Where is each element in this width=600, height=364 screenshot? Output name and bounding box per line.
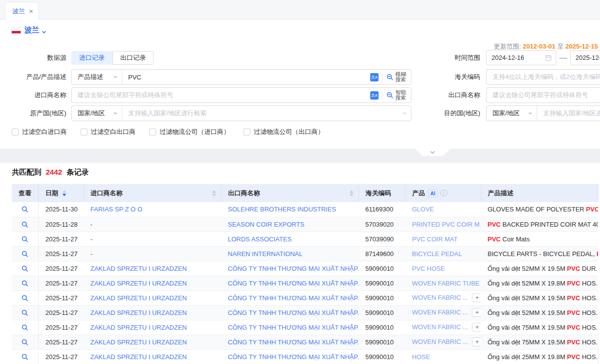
exporter-link[interactable]: CÔNG TY TNHH THƯƠNG MẠI XUẤT NHẬP... xyxy=(228,338,358,346)
exporter-cell: CÔNG TY TNHH THƯƠNG MẠI XUẤT NHẬP... xyxy=(221,349,358,364)
product-link[interactable]: WOVEN FABRIC ... xyxy=(412,323,468,331)
product-link[interactable]: WOVEN FABRIC TUBE xyxy=(412,280,480,287)
more-products-badge[interactable]: + 1 xyxy=(472,323,481,332)
importer-link[interactable]: ZAKLAD SPRZETU I URZADZEN xyxy=(90,309,187,316)
product-link[interactable]: PRINTED PVC COIR M... xyxy=(412,221,481,228)
sort-icon-date[interactable] xyxy=(62,190,66,196)
exporter-link[interactable]: CÔNG TY TNHH THƯƠNG MẠI XUẤT NHẬP... xyxy=(228,309,358,316)
product-link[interactable]: GLOVE xyxy=(412,206,434,213)
tab-poland[interactable]: 波兰 × xyxy=(5,2,39,20)
checkbox-icon[interactable] xyxy=(149,129,156,135)
filter-checkbox[interactable]: 过滤空白出口商 xyxy=(81,128,136,136)
translate-icon[interactable]: 文A xyxy=(370,91,379,100)
origin-type-select[interactable]: 国家/地区 xyxy=(72,106,122,121)
more-products-badge[interactable]: + 1 xyxy=(472,308,481,317)
result-count: 2442 xyxy=(46,168,62,176)
importer-link[interactable]: ZAKLAD SPRZETU I URZADZEN xyxy=(90,338,187,346)
more-products-badge[interactable]: + 1 xyxy=(472,293,481,302)
product-link[interactable]: HOSE xyxy=(412,353,430,361)
row-view-search-icon[interactable] xyxy=(20,307,30,318)
chevron-down-icon[interactable] xyxy=(41,28,47,37)
description-cell: GLOVES MADE OF POLYESTER PVC C... xyxy=(481,202,598,217)
exporter-link[interactable]: CÔNG TY TNHH THƯƠNG MẠI XUẤT NHẬP... xyxy=(228,280,358,287)
product-link[interactable]: WOVEN FABRIC ... xyxy=(412,294,468,301)
more-products-badge[interactable]: + 2 xyxy=(472,338,481,346)
keyword-highlight: PVC xyxy=(567,353,580,361)
exporter-link[interactable]: CÔNG TY TNHH THƯƠNG MẠI XUẤT NHẬP... xyxy=(228,353,358,361)
row-view-search-icon[interactable] xyxy=(20,263,30,274)
sort-icon-importer[interactable] xyxy=(212,190,216,196)
filter-checkbox[interactable]: 过滤物流公司（出口商） xyxy=(244,128,324,136)
date-cell: 2025-11-27 xyxy=(38,335,83,349)
keyword-highlight: PVC xyxy=(567,265,580,272)
checkbox-icon[interactable] xyxy=(12,129,19,135)
view-cell xyxy=(12,276,38,290)
origin-placeholder: 支持输入国家/地区进行检索 xyxy=(128,109,399,118)
importer-link[interactable]: ZAKLAD SPRZETU I URZADZEN xyxy=(90,265,187,272)
product-link[interactable]: WOVEN FABRIC ... xyxy=(412,309,468,316)
product-link[interactable]: PVC COIR MAT xyxy=(412,235,458,243)
destination-type-select[interactable]: 国家/地区 xyxy=(487,106,537,121)
destination-country-input[interactable]: 支持输入国家/地区进行 xyxy=(537,106,600,121)
view-cell xyxy=(12,202,38,217)
row-view-search-icon[interactable] xyxy=(20,278,30,288)
exporter-name-input[interactable]: 建议去除公司尾部字符或特殊符号 xyxy=(486,87,600,103)
product-link[interactable]: WOVEN FABRIC ... xyxy=(412,338,468,345)
product-link[interactable]: PVC HOSE xyxy=(412,265,445,272)
product-field-select[interactable]: 产品描述 xyxy=(72,70,122,84)
checkbox-icon[interactable] xyxy=(81,129,87,135)
view-cell xyxy=(12,349,38,364)
importer-cell: ZAKLAD SPRZETU I URZADZEN xyxy=(83,320,221,335)
description-cell: Ống vải dệt 52MM X 19.5M PVC DUR... xyxy=(481,261,598,276)
date-start-input[interactable]: 2024-12-16 xyxy=(486,50,556,65)
hs-code-input[interactable]: 支持4位以上海关编码，或2位海关编码加 xyxy=(486,69,600,85)
origin-country-input[interactable]: 支持输入国家/地区进行检索 xyxy=(122,106,411,121)
row-view-search-icon[interactable] xyxy=(20,234,30,244)
exporter-link[interactable]: CÔNG TY TNHH THƯƠNG MẠI XUẤT NHẬP... xyxy=(228,294,358,302)
filter-checkbox[interactable]: 过滤空白进口商 xyxy=(12,128,67,136)
importer-link[interactable]: ZAKLAD SPRZETU I URZADZEN xyxy=(90,280,187,287)
exporter-link[interactable]: SOLEHRE BROTHERS INDUSTRIES xyxy=(228,206,336,213)
tab-export-records[interactable]: 出口记录 xyxy=(112,51,154,65)
importer-link[interactable]: FARIAS SP Z O O xyxy=(90,206,142,213)
row-view-search-icon[interactable] xyxy=(20,292,30,303)
origin-input-group: 国家/地区 支持输入国家/地区进行检索 xyxy=(71,105,411,121)
result-title-suffix: 条记录 xyxy=(67,168,89,176)
smart-search-toggle[interactable]: 智能搜索 xyxy=(386,90,407,101)
row-view-search-icon[interactable] xyxy=(20,219,30,230)
row-origin: 原产国(地区) 国家/地区 支持输入国家/地区进行检索 目的国(地区) 国家/地… xyxy=(0,105,600,121)
sort-icon-exporter[interactable] xyxy=(350,190,354,196)
importer-cell: ZAKLAD SPRZETU I URZADZEN xyxy=(83,305,221,320)
country-name[interactable]: 波兰 xyxy=(25,26,39,35)
exporter-link[interactable]: NAREN INTERNATIONAL xyxy=(228,250,302,258)
row-view-search-icon[interactable] xyxy=(20,351,30,362)
importer-link[interactable]: ZAKLAD SPRZETU I URZADZEN xyxy=(90,324,187,331)
date-cell: 2025-11-27 xyxy=(38,246,83,261)
panel-separator xyxy=(0,149,600,163)
tab-bar: 波兰 × xyxy=(0,0,600,20)
exporter-link[interactable]: CÔNG TY TNHH THƯƠNG MẠI XUẤT NHẬP... xyxy=(228,265,358,272)
checkbox-icon[interactable] xyxy=(244,129,250,135)
exporter-link[interactable]: SEASON COIR EXPORTS xyxy=(228,221,304,228)
translate-icon[interactable]: 文A xyxy=(370,73,379,81)
date-end-input[interactable]: 2025-12-15 xyxy=(570,50,600,65)
exporter-link[interactable]: CÔNG TY TNHH THƯƠNG MẠI XUẤT NHẬP... xyxy=(228,324,358,331)
tab-import-records[interactable]: 进口记录 xyxy=(71,51,112,65)
close-icon[interactable]: × xyxy=(29,7,33,15)
filter-checkbox[interactable]: 过滤物流公司（进口商） xyxy=(149,128,230,136)
fuzzy-search-toggle[interactable]: 模糊搜索 xyxy=(386,72,407,82)
row-view-search-icon[interactable] xyxy=(20,322,30,333)
row-view-search-icon[interactable] xyxy=(20,337,30,347)
row-view-search-icon[interactable] xyxy=(20,248,30,259)
exporter-link[interactable]: LORDS ASSOCIATES xyxy=(228,235,292,243)
importer-name-input[interactable]: 建议去除公司尾部字符或特殊符号 文A 智能搜索 xyxy=(72,88,411,103)
update-range-to: 至 xyxy=(557,43,564,50)
product-link[interactable]: BICYCLE PEDAL xyxy=(412,250,462,258)
date-cell: 2025-11-27 xyxy=(38,305,83,320)
importer-link[interactable]: ZAKLAD SPRZETU I URZADZEN xyxy=(90,353,187,361)
importer-link[interactable]: ZAKLAD SPRZETU I URZADZEN xyxy=(90,294,187,302)
row-view-search-icon[interactable] xyxy=(20,204,30,215)
header-importer: 进口商名称 xyxy=(83,184,221,202)
product-search-input[interactable]: PVC 文A 模糊搜索 xyxy=(122,70,411,84)
info-icon[interactable]: i xyxy=(440,190,447,197)
